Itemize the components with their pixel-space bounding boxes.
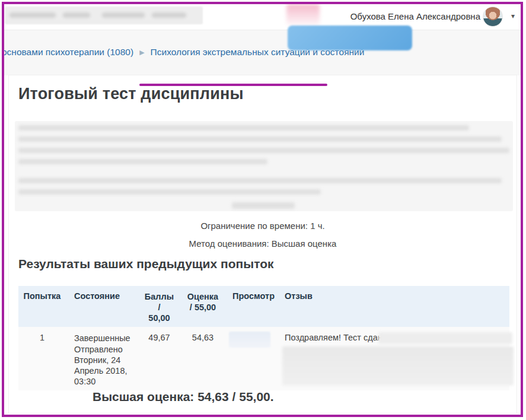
redacted-pink-highlight — [286, 4, 320, 26]
table-header-row: Попытка Состояние Баллы / 50,00 Оценка /… — [18, 286, 509, 327]
attempt-marks-cell: 49,67 — [137, 327, 181, 390]
quiz-card: Итоговый тест дисциплины Ограничение по … — [8, 75, 517, 413]
col-header-marks: Баллы / 50,00 — [137, 286, 181, 327]
time-limit-text: Ограничение по времени: 1 ч. — [9, 221, 517, 231]
attempt-number-cell: 1 — [18, 327, 66, 390]
redacted-main-nav — [5, 7, 203, 24]
redacted-nav-item — [152, 12, 186, 18]
attempt-state-cell: Завершенные Отправлено Вторник, 24 Апрел… — [66, 327, 137, 390]
table-row: 1 Завершенные Отправлено Вторник, 24 Апр… — [18, 327, 509, 390]
col-header-grade: Оценка / 55,00 — [181, 286, 224, 327]
page: Обухова Елена Александровна ▾ основами п… — [0, 0, 526, 420]
redacted-review-link[interactable] — [229, 332, 270, 348]
col-header-state: Состояние — [66, 286, 137, 327]
redacted-nav-item — [102, 12, 145, 18]
redacted-text-line — [18, 189, 321, 195]
redacted-text-line — [18, 148, 509, 153]
redacted-text-line — [18, 159, 267, 164]
top-header: Обухова Елена Александровна ▾ — [4, 4, 521, 30]
breadcrumb-course-link[interactable]: основами психотерапии (1080) — [2, 47, 133, 57]
results-heading: Результаты ваших предыдущих попыток — [18, 257, 273, 271]
feedback-text: Поздравляем! Тест сдан. — [285, 333, 385, 342]
user-name: Обухова Елена Александровна — [350, 11, 480, 21]
breadcrumb-separator-icon: ▶ — [139, 49, 144, 56]
attempt-review-cell — [224, 327, 276, 390]
redacted-feedback-line — [378, 332, 512, 344]
user-avatar — [483, 7, 503, 27]
chevron-down-icon: ▾ — [511, 12, 515, 20]
col-header-review: Просмотр — [224, 286, 276, 327]
redacted-notification-blue — [288, 26, 412, 50]
redacted-quiz-description — [15, 121, 513, 211]
redacted-text-line — [18, 125, 469, 131]
redacted-text-line — [18, 136, 502, 142]
grading-method-text: Метод оценивания: Высшая оценка — [9, 238, 517, 249]
redacted-nav-item — [63, 12, 90, 18]
best-grade-text: Высшая оценка: 54,63 / 55,00. — [93, 390, 274, 404]
attempt-feedback-cell: Поздравляем! Тест сдан. — [276, 327, 509, 390]
annotation-underline — [139, 84, 327, 86]
redacted-nav-item — [9, 12, 56, 18]
redacted-text-line — [232, 202, 295, 209]
redacted-text-line — [18, 178, 502, 183]
col-header-feedback: Отзыв — [276, 286, 509, 327]
attempt-grade-cell: 54,63 — [181, 327, 224, 390]
attempts-table: Попытка Состояние Баллы / 50,00 Оценка /… — [18, 286, 509, 390]
page-title: Итоговый тест дисциплины — [18, 85, 244, 103]
redacted-feedback-block — [282, 346, 514, 386]
breadcrumb-band: основами психотерапии (1080)▶Психология … — [4, 30, 521, 75]
col-header-attempt: Попытка — [18, 286, 66, 327]
